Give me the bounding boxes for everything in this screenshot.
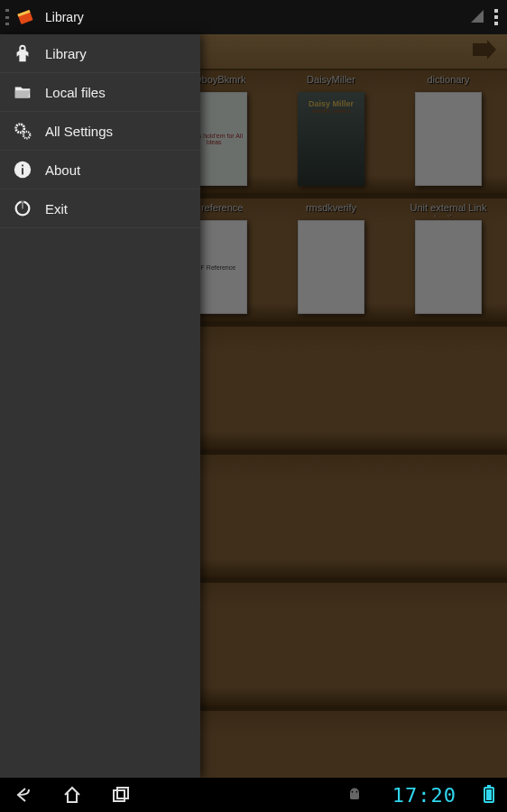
drawer-item-label: About [45, 162, 80, 178]
library-icon [13, 43, 32, 63]
drawer-item-library[interactable]: Library [0, 34, 200, 73]
main-area: est-books CowboyBkmrk Texas hold'em for … [0, 34, 507, 778]
power-icon [13, 198, 32, 218]
svg-point-12 [355, 791, 357, 793]
svg-point-11 [351, 791, 353, 793]
system-nav-bar: 17:20 [0, 778, 507, 812]
app-title: Library [45, 10, 84, 24]
signal-icon [471, 10, 484, 25]
drawer-toggle-edge-icon[interactable] [5, 9, 9, 25]
drawer-item-label: Library [45, 46, 87, 61]
navigation-drawer: Library Local files All Settings About E… [0, 34, 200, 778]
svg-point-3 [23, 132, 30, 138]
svg-rect-9 [114, 790, 124, 801]
recents-button-icon[interactable] [110, 784, 132, 806]
drawer-item-local-files[interactable]: Local files [0, 73, 200, 112]
app-book-icon [14, 6, 36, 28]
battery-icon [484, 787, 494, 803]
svg-point-2 [16, 125, 24, 133]
svg-rect-5 [22, 168, 23, 174]
overflow-menu-icon[interactable] [491, 5, 502, 29]
info-icon [13, 160, 32, 180]
svg-rect-8 [22, 201, 23, 209]
home-button-icon[interactable] [61, 784, 83, 806]
android-icon [344, 784, 365, 806]
drawer-item-exit[interactable]: Exit [0, 189, 200, 228]
drawer-item-label: Exit [45, 201, 68, 217]
drawer-item-about[interactable]: About [0, 151, 200, 189]
gears-icon [13, 121, 32, 141]
drawer-item-label: Local files [45, 85, 106, 100]
drawer-item-settings[interactable]: All Settings [0, 112, 200, 151]
back-button-icon[interactable] [13, 784, 34, 806]
folder-icon [13, 82, 32, 102]
status-clock: 17:20 [392, 784, 456, 807]
drawer-item-label: All Settings [45, 124, 113, 139]
svg-rect-10 [117, 788, 128, 798]
svg-rect-6 [22, 165, 23, 167]
action-bar: Library [0, 0, 507, 34]
